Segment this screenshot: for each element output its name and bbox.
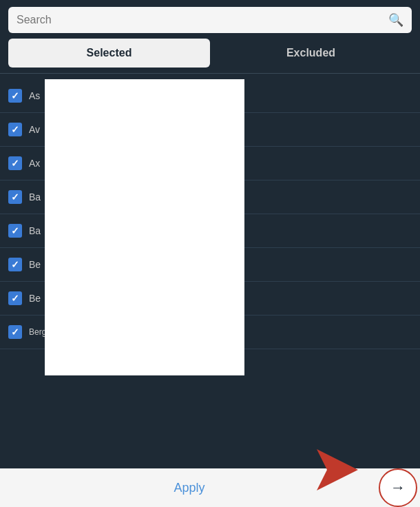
- checkbox-8[interactable]: ✓: [8, 325, 22, 339]
- divider: [0, 73, 420, 74]
- list: ✓ Askersund 13047 ✓ Av ✓ Axvall - 18002: [0, 79, 420, 468]
- checkbox-5[interactable]: ✓: [8, 224, 22, 238]
- right-arrow-icon: →: [390, 479, 406, 497]
- svg-marker-0: [317, 449, 358, 490]
- checkbox-2[interactable]: ✓: [8, 123, 22, 136]
- tab-excluded[interactable]: Excluded: [210, 39, 412, 68]
- white-overlay-block: [45, 79, 244, 375]
- tab-bar: Selected Excluded: [8, 39, 412, 68]
- next-arrow-button[interactable]: →: [379, 468, 417, 507]
- search-input[interactable]: [17, 14, 383, 26]
- checkbox-7[interactable]: ✓: [8, 291, 22, 305]
- search-bar: 🔍: [8, 7, 412, 33]
- checkbox-6[interactable]: ✓: [8, 258, 22, 271]
- red-arrow-indicator: [317, 449, 372, 493]
- checkbox-1[interactable]: ✓: [8, 89, 22, 103]
- checkbox-4[interactable]: ✓: [8, 190, 22, 204]
- main-container: 🔍 Selected Excluded ✓ Askersund 13047 ✓: [0, 0, 420, 507]
- checkbox-3[interactable]: ✓: [8, 156, 22, 170]
- search-icon: 🔍: [388, 12, 403, 28]
- tab-selected[interactable]: Selected: [8, 39, 210, 68]
